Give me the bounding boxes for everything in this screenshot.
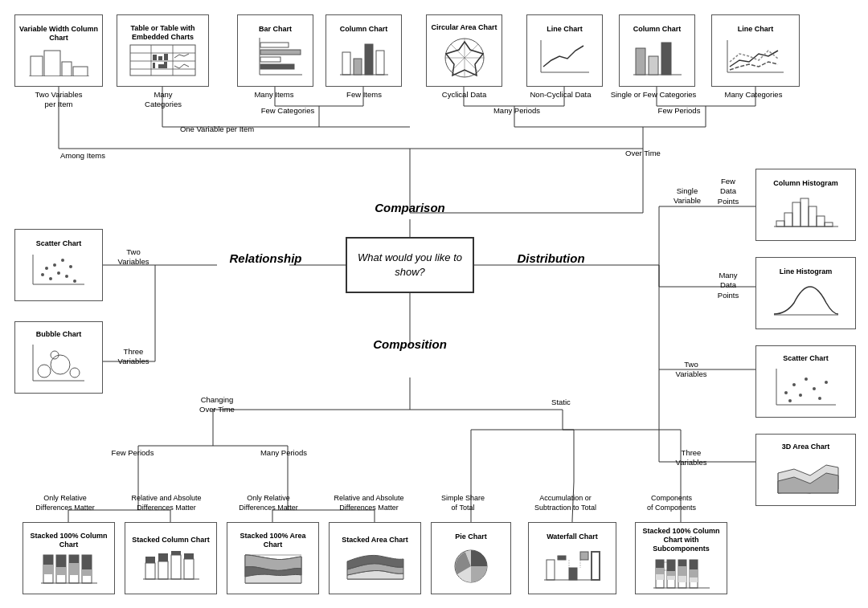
label-many-categories: ManyCategories (119, 90, 207, 110)
svg-rect-79 (44, 51, 60, 76)
svg-point-125 (53, 263, 56, 267)
svg-rect-93 (158, 64, 164, 68)
svg-rect-116 (649, 56, 658, 75)
chart-bubble: Bubble Chart (14, 321, 103, 394)
center-box-text: What would you like to show? (347, 251, 473, 280)
label-many-data-points: ManyDataPoints (704, 271, 752, 300)
svg-rect-144 (825, 222, 833, 226)
chart-title: Scatter Chart (783, 354, 829, 363)
chart-title: Stacked 100% Area Chart (231, 532, 315, 549)
chart-title: Stacked 100% Column Chart with Subcompon… (639, 527, 723, 553)
chart-column-few-cat: Column Chart (619, 14, 695, 87)
svg-rect-186 (547, 560, 555, 580)
label-static: Static (537, 398, 585, 407)
label-among-items: Among Items (47, 151, 119, 161)
label-cyclical: Cyclical Data (426, 90, 502, 100)
svg-rect-197 (656, 568, 664, 574)
svg-point-130 (73, 280, 76, 283)
chart-3d-area: 3D Area Chart (755, 434, 856, 506)
svg-rect-178 (171, 555, 181, 579)
svg-rect-103 (354, 59, 362, 75)
svg-rect-143 (817, 216, 825, 226)
label-many-items: Many Items (238, 90, 310, 100)
label-few-periods-comp: Few Periods (100, 448, 165, 458)
chart-title: Pie Chart (455, 533, 487, 541)
svg-rect-177 (158, 553, 168, 561)
label-few-categories: Few Categories (252, 106, 324, 116)
svg-rect-78 (31, 56, 43, 76)
svg-point-151 (805, 377, 808, 381)
chart-waterfall: Waterfall Chart (528, 522, 616, 594)
svg-point-148 (784, 391, 788, 394)
chart-stacked-column: Stacked Column Chart (125, 522, 217, 594)
chart-col-histogram: Column Histogram (755, 169, 856, 241)
label-non-cyclical: Non-Cyclical Data (518, 90, 603, 100)
relationship-label: Relationship (207, 251, 324, 265)
chart-title: Variable Width Column Chart (18, 25, 99, 43)
svg-rect-89 (153, 55, 157, 60)
svg-rect-165 (56, 555, 66, 567)
svg-rect-105 (376, 51, 384, 75)
label-many-categories2: Many Categories (707, 90, 800, 100)
svg-rect-83 (130, 45, 195, 75)
label-only-relative-2: Only RelativeDifferences Matter (221, 494, 316, 512)
comparison-label: Comparison (346, 201, 474, 214)
svg-point-149 (792, 383, 796, 386)
label-changing-over-time: ChangingOver Time (185, 395, 249, 415)
svg-rect-115 (636, 48, 645, 75)
svg-rect-142 (809, 206, 817, 226)
svg-rect-207 (678, 566, 686, 576)
chart-scatter-right: Scatter Chart (755, 345, 856, 418)
svg-point-134 (51, 355, 70, 374)
svg-rect-193 (592, 552, 600, 580)
svg-rect-104 (365, 44, 373, 75)
chart-stacked-area: Stacked Area Chart (329, 522, 421, 594)
label-many-periods: Many Periods (481, 106, 553, 116)
center-box: What would you like to show? (346, 237, 474, 293)
svg-rect-117 (661, 43, 671, 75)
svg-rect-139 (784, 213, 792, 226)
label-relative-absolute-2: Relative and AbsoluteDifferences Matter (321, 494, 416, 512)
svg-rect-100 (260, 64, 294, 69)
svg-rect-174 (145, 563, 155, 579)
svg-rect-169 (69, 563, 79, 575)
label-two-variables-dist: TwoVariables (667, 360, 715, 380)
svg-point-124 (49, 277, 52, 280)
label-two-variables-rel: TwoVariables (109, 247, 158, 267)
chart-circular-area: Circular Area Chart (426, 14, 502, 87)
chart-title: Column Histogram (773, 179, 838, 188)
chart-title: Scatter Chart (36, 239, 82, 248)
composition-label: Composition (346, 337, 474, 351)
svg-rect-80 (62, 62, 72, 76)
chart-title: Column Chart (340, 25, 388, 34)
chart-table-embedded: Table or Table with Embedded Charts (117, 14, 209, 87)
svg-rect-138 (776, 221, 784, 226)
label-simple-share: Simple Shareof Total (423, 494, 503, 512)
svg-point-152 (813, 387, 816, 390)
svg-rect-211 (690, 569, 698, 577)
chart-line-many: Line Chart (711, 14, 800, 87)
chart-column-few: Column Chart (326, 14, 402, 87)
svg-rect-189 (569, 568, 577, 580)
svg-point-153 (818, 397, 821, 400)
chart-title: Bar Chart (259, 25, 292, 34)
svg-point-129 (69, 265, 72, 268)
chart-variable-width-column: Variable Width Column Chart (14, 14, 103, 87)
svg-rect-99 (260, 57, 280, 62)
svg-rect-81 (73, 67, 88, 76)
svg-rect-202 (667, 576, 675, 580)
label-three-variables-dist: ThreeVariables (667, 448, 715, 468)
svg-point-150 (799, 394, 802, 397)
chart-title: Line Chart (738, 25, 774, 34)
svg-rect-201 (667, 571, 675, 576)
svg-rect-196 (656, 560, 664, 568)
svg-rect-176 (158, 561, 168, 579)
distribution-label: Distribution (485, 251, 617, 265)
label-relative-absolute-1: Relative and AbsoluteDifferences Matter (119, 494, 214, 512)
label-over-time: Over Time (611, 149, 675, 158)
chart-title: Stacked Area Chart (342, 536, 408, 545)
label-one-var: One Variable per Item (165, 124, 269, 134)
chart-stacked-100-column: Stacked 100% Column Chart (23, 522, 115, 594)
svg-rect-98 (260, 50, 301, 55)
svg-rect-141 (800, 198, 809, 226)
